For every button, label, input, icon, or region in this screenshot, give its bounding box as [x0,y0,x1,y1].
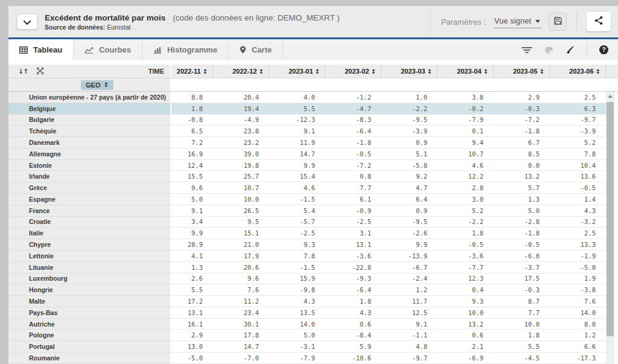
table-row[interactable]: France9.126.55.4-0.90.95.25.04.3 [8,205,618,217]
table-row[interactable]: Pays-Bas13.123.413.54.312.510.07.714.0 [8,307,618,319]
geo-label[interactable]: Lettonie [8,251,171,262]
geo-label[interactable]: Espagne [8,194,171,205]
value-cell: -3.1 [269,341,325,353]
geo-label[interactable]: Chypre [8,239,171,251]
share-button[interactable] [587,12,611,31]
geo-chip-label: GEO [86,81,100,89]
value-cell: 5.2 [550,137,606,148]
collapse-header-button[interactable] [17,14,37,30]
value-cell: -6.0 [494,251,550,262]
table-row[interactable]: Grèce9.610.74.67.74.72.85.7-0.5 [8,182,618,194]
geo-label[interactable]: Estonie [8,160,171,171]
geo-label[interactable]: Belgique [8,103,171,115]
view-dropdown[interactable]: Vue signet [493,15,541,28]
value-cell: 0.9 [381,205,438,217]
scrollbar-up-arrow[interactable] [606,92,614,101]
table-row[interactable]: Autriche16.130.114.00.69.113.210.08.0 [8,319,618,330]
value-cell: 13.2 [494,171,550,182]
table-row[interactable]: Lettonie4.117.97.8-3.6-13.9-3.6-6.0-1.9 [8,251,618,262]
value-cell: 7.6 [550,296,606,307]
sort-icon: ↕ [540,68,544,75]
table-row[interactable]: Allemagne16.939.014.7-0.55.110.78.57.8 [8,148,618,160]
table-row[interactable]: Croatie3.49.5-5.7-2.5-9.5-2.2-2.8-3.2 [8,217,618,228]
geo-label[interactable]: Pays-Bas [8,307,171,319]
geo-label[interactable]: Danemark [8,137,171,148]
value-cell: 16.1 [171,319,213,330]
filter-icon[interactable] [521,46,532,54]
geo-label[interactable]: Tchéquie [8,126,171,137]
geo-label[interactable]: Croatie [8,217,171,228]
scrollbar-thumb[interactable] [607,102,614,336]
column-header-2022-11[interactable]: 2022-11↕ [171,65,213,78]
table-row[interactable]: Estonie12.419.89.9-7.2-5.84.60.010.4 [8,160,618,171]
value-cell: 1.8 [325,296,381,307]
value-cell: 0.4 [438,284,494,296]
column-header-2023-03[interactable]: 2023-03↕ [381,65,438,78]
value-cell: 10.0 [213,194,269,205]
geo-label[interactable]: Union européenne - 27 pays (à partir de … [8,92,171,103]
table-row[interactable]: Irlande15.525.715.40.89.212.213.213.6 [8,171,618,182]
value-cell: 2.6 [171,273,213,285]
table-row[interactable]: Pologne2.917.85.0-8.4-1.10.61.81.2 [8,330,618,341]
geo-label[interactable]: Luxembourg [8,273,171,285]
time-dimension-label[interactable]: TIME [148,68,164,75]
table-row[interactable]: Hongrie5.57.6-9.8-6.41.20.4-0.3-3.8 [8,284,618,296]
value-cell: 5.5 [494,341,550,353]
table-row[interactable]: Tchéquie6.523.89.1-6.4-3.90.1-1.8-3.9 [8,126,618,137]
tab-histogramme[interactable]: Histogramme [142,39,229,60]
geo-label[interactable]: Portugal [8,341,171,353]
help-icon[interactable]: ? [599,45,608,54]
column-header-2023-02[interactable]: 2023-02↕ [325,65,381,78]
table-row[interactable]: Italie9.915.1-2.53.1-2.61.8-1.82.5 [8,228,618,239]
geo-label[interactable]: Irlande [8,171,171,182]
table-row[interactable]: Roumanie-5.0-7.0-7.9-10.6-9.7-6.9-4.5-17… [8,353,618,364]
vertical-scrollbar[interactable] [606,92,614,364]
column-header-2023-05[interactable]: 2023-05↕ [494,65,550,78]
table-row[interactable]: Union européenne - 27 pays (à partir de … [8,92,618,103]
tab-tableau[interactable]: Tableau [8,39,74,60]
value-cell: -0.3 [494,284,550,296]
table-row[interactable]: Malte17.211.24.31.811.79.38.77.6 [8,296,618,307]
fullscreen-expand-icon[interactable] [37,66,43,77]
table-row[interactable]: Chypre28.921.09.313.19.9-0.5-0.513.3 [8,239,618,251]
value-cell: 7.8 [269,251,325,262]
column-header-2023-01[interactable]: 2023-01↕ [269,65,325,78]
value-cell: 4.8 [381,341,438,353]
value-cell: 3.1 [325,228,381,239]
table-row[interactable]: Espagne5.010.0-1.56.16.43.01.31.4 [8,194,618,205]
column-label: 2023-03 [401,68,425,75]
geo-label[interactable]: Lituanie [8,262,171,273]
sort-rows-icon[interactable]: ↓↑ [18,68,28,75]
geo-label[interactable]: Allemagne [8,148,171,160]
geo-label[interactable]: Malte [8,296,171,307]
table-corner: ↓↑ TIME [8,65,171,78]
paintbrush-icon[interactable] [565,45,575,54]
value-cell: 28.9 [171,239,213,251]
save-view-button[interactable] [549,13,567,31]
geo-label[interactable]: Bulgarie [8,115,171,126]
geo-label[interactable]: Hongrie [8,284,171,296]
column-header-2023-04[interactable]: 2023-04↕ [438,65,494,78]
geo-label[interactable]: Pologne [8,330,171,341]
table-row[interactable]: Bulgarie-0.8-4.9-12.3-8.3-9.5-7.9-7.2-9.… [8,115,618,126]
geo-label[interactable]: Italie [8,228,171,239]
table-row[interactable]: Lituanie1.320.6-1.5-22.8-6.7-7.7-3.7-5.0 [8,262,618,273]
geo-label[interactable]: Grèce [8,182,171,194]
table-row[interactable]: Belgique1.819.45.5-4.7-2.2-0.2-0.36.3 [8,103,618,115]
column-header-2023-06[interactable]: 2023-06↕ [550,65,606,78]
value-cell: -5.0 [171,353,213,364]
table-row[interactable]: Luxembourg2.69.615.9-9.3-2.412.317.51.9 [8,273,618,285]
value-cell: 15.5 [171,171,213,182]
geo-label[interactable]: Roumanie [8,353,171,364]
table-row[interactable]: Danemark7.223.211.9-1.80.99.46.75.2 [8,137,618,148]
bar-chart-icon [153,46,162,54]
spacer [8,60,618,65]
tab-courbes[interactable]: Courbes [74,39,142,60]
table-row[interactable]: Portugal13.014.7-3.15.94.82.15.56.6 [8,341,618,353]
geo-dimension-chip[interactable]: GEO ↕ [81,80,113,90]
value-cell: 11.2 [213,296,269,307]
tab-carte[interactable]: Carte [229,39,283,60]
geo-label[interactable]: France [8,205,171,217]
column-header-2022-12[interactable]: 2022-12↕ [213,65,269,78]
geo-label[interactable]: Autriche [8,319,171,330]
